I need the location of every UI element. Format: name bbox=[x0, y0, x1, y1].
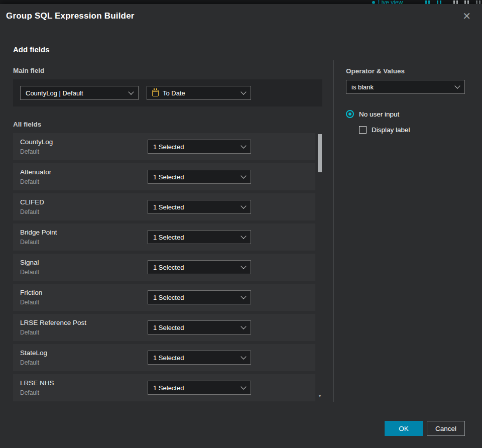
close-icon[interactable]: ✕ bbox=[460, 9, 473, 23]
all-fields-list-wrap: CountyLog Default 1 Selected Attenuator … bbox=[13, 133, 322, 404]
selected-count: 1 Selected bbox=[153, 203, 184, 211]
field-selected-dropdown[interactable]: 1 Selected bbox=[148, 170, 251, 184]
main-field-box: CountyLog | Default To Date bbox=[13, 79, 322, 106]
dialog-body: Add fields Main field CountyLog | Defaul… bbox=[0, 28, 482, 404]
chevron-down-icon bbox=[240, 384, 246, 389]
operator-values-label: Operator & Values bbox=[346, 67, 465, 75]
field-row: Friction Default 1 Selected bbox=[13, 284, 315, 311]
ok-button[interactable]: OK bbox=[385, 421, 423, 436]
chevron-down-icon bbox=[128, 89, 134, 94]
all-fields-list: CountyLog Default 1 Selected Attenuator … bbox=[13, 133, 315, 404]
checkbox-unchecked-icon[interactable] bbox=[359, 126, 367, 134]
chevron-down-icon bbox=[240, 323, 246, 329]
field-selected-dropdown[interactable]: 1 Selected bbox=[148, 290, 251, 304]
selected-count: 1 Selected bbox=[153, 354, 184, 362]
selected-count: 1 Selected bbox=[153, 173, 184, 181]
selected-count: 1 Selected bbox=[153, 234, 184, 241]
chevron-down-icon bbox=[240, 89, 246, 94]
scrollbar-thumb[interactable] bbox=[318, 134, 322, 172]
field-selected-dropdown[interactable]: 1 Selected bbox=[148, 320, 251, 334]
selected-count: 1 Selected bbox=[153, 324, 184, 331]
selected-count: 1 Selected bbox=[153, 143, 184, 151]
cancel-button[interactable]: Cancel bbox=[427, 421, 465, 436]
field-row: StateLog Default 1 Selected bbox=[13, 344, 315, 371]
chevron-down-icon bbox=[240, 233, 246, 239]
no-user-input-option[interactable]: No user input bbox=[346, 110, 465, 118]
scrollbar[interactable]: ▾ bbox=[317, 133, 322, 404]
field-row: CountyLog Default 1 Selected bbox=[13, 133, 315, 160]
selected-count: 1 Selected bbox=[153, 294, 184, 301]
field-row: Attenuator Default 1 Selected bbox=[13, 163, 315, 190]
chevron-down-icon bbox=[240, 263, 246, 269]
field-row: LRSE NHS Default 1 Selected bbox=[13, 374, 315, 401]
dialog-title: Group SQL Expression Builder bbox=[6, 11, 135, 21]
chevron-down-icon bbox=[240, 173, 246, 178]
chevron-down-icon bbox=[240, 143, 246, 148]
field-selected-dropdown[interactable]: 1 Selected bbox=[148, 200, 251, 214]
radio-selected-icon[interactable] bbox=[346, 110, 354, 118]
divider bbox=[333, 60, 334, 402]
chevron-down-icon bbox=[454, 83, 460, 88]
fields-column: Add fields Main field CountyLog | Defaul… bbox=[13, 28, 322, 404]
operator-values-column: Operator & Values is blank No user input… bbox=[346, 28, 465, 404]
no-user-input-label: No user input bbox=[359, 110, 399, 118]
main-field-label: Main field bbox=[13, 67, 322, 74]
add-fields-heading: Add fields bbox=[13, 45, 322, 54]
dialog-title-bar: Group SQL Expression Builder ✕ bbox=[0, 4, 482, 28]
group-sql-expression-builder-dialog: Group SQL Expression Builder ✕ Add field… bbox=[0, 4, 482, 448]
field-selected-dropdown[interactable]: 1 Selected bbox=[148, 381, 251, 395]
operator-dropdown-value: is blank bbox=[351, 83, 374, 91]
chevron-down-icon bbox=[240, 354, 246, 359]
date-value-dropdown-value: To Date bbox=[163, 89, 185, 97]
operator-dropdown[interactable]: is blank bbox=[346, 80, 465, 94]
date-value-dropdown[interactable]: To Date bbox=[147, 86, 251, 100]
calendar-icon bbox=[152, 90, 159, 96]
field-selected-dropdown[interactable]: 1 Selected bbox=[148, 260, 251, 274]
field-selected-dropdown[interactable]: 1 Selected bbox=[148, 230, 251, 244]
field-selected-dropdown[interactable]: 1 Selected bbox=[148, 351, 251, 365]
main-field-dropdown-value: CountyLog | Default bbox=[26, 89, 83, 97]
dialog-footer: OK Cancel bbox=[385, 421, 465, 436]
field-row: CLIFED Default 1 Selected bbox=[13, 193, 315, 220]
field-row: Signal Default 1 Selected bbox=[13, 254, 315, 281]
display-label-label: Display label bbox=[372, 126, 410, 134]
field-selected-dropdown[interactable]: 1 Selected bbox=[148, 140, 251, 154]
main-field-dropdown[interactable]: CountyLog | Default bbox=[20, 86, 139, 100]
all-fields-label: All fields bbox=[13, 121, 322, 128]
field-row: LRSE Reference Post Default 1 Selected bbox=[13, 314, 315, 341]
selected-count: 1 Selected bbox=[153, 384, 184, 392]
screen: Live view Group SQL Expression Builder ✕… bbox=[0, 0, 482, 448]
chevron-down-icon bbox=[240, 203, 246, 208]
selected-count: 1 Selected bbox=[153, 264, 184, 271]
display-label-option[interactable]: Display label bbox=[359, 126, 465, 134]
scroll-down-arrow-icon[interactable]: ▾ bbox=[317, 393, 322, 398]
chevron-down-icon bbox=[240, 293, 246, 299]
field-row: Bridge Point Default 1 Selected bbox=[13, 223, 315, 251]
